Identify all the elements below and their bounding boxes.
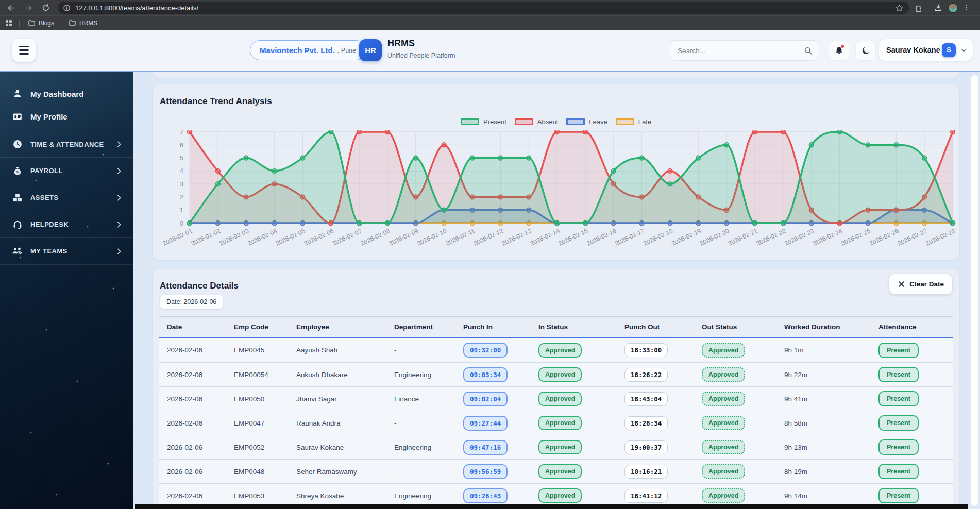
cell-emp-code: EMP0047	[226, 419, 288, 427]
attendance-trend-chart[interactable]: 012345672026-02-012026-02-022026-02-0320…	[153, 130, 959, 256]
id-card-icon	[12, 111, 23, 122]
attendance-badge: Present	[878, 439, 919, 455]
svg-text:2026-02-28: 2026-02-28	[925, 227, 957, 247]
sidebar-item-label: HELPDESK	[30, 220, 115, 228]
svg-text:2026-02-18: 2026-02-18	[642, 227, 674, 247]
clear-date-button[interactable]: Clear Date	[889, 274, 952, 294]
details-title: Attendance Details	[160, 281, 239, 291]
punch-in-badge: 09:03:34	[463, 367, 508, 382]
main-content: Attendance Trend Analysis PresentAbsentL…	[133, 72, 980, 509]
download-icon[interactable]	[934, 3, 943, 12]
extensions-icon[interactable]	[914, 4, 923, 12]
sidebar-item-label: MY TEAMS	[30, 247, 115, 255]
back-icon[interactable]	[4, 1, 18, 14]
cell-department: -	[386, 419, 455, 427]
legend-swatch	[616, 118, 634, 125]
dark-mode-button[interactable]	[855, 41, 876, 61]
bookmark-star-icon[interactable]	[895, 4, 904, 12]
browser-profile-avatar[interactable]	[948, 3, 958, 13]
cell-out-status: Approved	[694, 367, 776, 382]
svg-text:2: 2	[180, 193, 183, 201]
sidebar-item-my-dashboard[interactable]: My Dashboard	[0, 82, 133, 105]
svg-text:2026-02-12: 2026-02-12	[472, 227, 504, 247]
svg-text:4: 4	[180, 167, 183, 175]
cell-punch-out: 18:26:22	[616, 368, 694, 382]
table-row: 2026-02-06EMP0045Aayush Shah-09:32:00App…	[159, 338, 953, 362]
url-bar[interactable]: 127.0.0.1:8000/teams/attendance-details/	[58, 2, 909, 14]
cell-out-status: Approved	[694, 416, 776, 430]
out-status-badge: Approved	[702, 464, 745, 479]
legend-label: Present	[483, 118, 506, 126]
user-icon	[12, 89, 23, 99]
bookmark-folder-blogs[interactable]: Blogs	[26, 18, 56, 28]
cell-date: 2026-02-06	[159, 419, 226, 427]
svg-text:2026-02-09: 2026-02-09	[388, 227, 420, 247]
bookmark-folder-hrms[interactable]: HRMS	[66, 18, 99, 28]
punch-in-badge: 09:02:04	[463, 392, 508, 406]
company-badge[interactable]: Maviontech Pvt. Ltd. , Pune	[250, 40, 366, 60]
column-header-punch-in: Punch In	[455, 323, 530, 331]
attendance-badge: Present	[878, 488, 919, 503]
site-info-icon[interactable]	[63, 4, 71, 12]
apps-grid-icon[interactable]	[6, 20, 12, 26]
sidebar-item-assets[interactable]: ASSETS	[0, 184, 133, 211]
legend-label: Leave	[589, 118, 607, 126]
cell-punch-in: 09:47:16	[455, 440, 530, 455]
sidebar-item-label: My Dashboard	[30, 90, 123, 98]
legend-item-late[interactable]: Late	[616, 118, 651, 126]
svg-text:2026-02-14: 2026-02-14	[529, 227, 561, 247]
out-status-badge: Approved	[702, 343, 745, 358]
attendance-badge: Present	[878, 367, 919, 382]
table-row: 2026-02-06EMP0053Shreya KosabeEngineerin…	[159, 483, 953, 507]
cell-in-status: Approved	[530, 343, 616, 358]
chrome-menu-icon[interactable]	[963, 4, 970, 12]
svg-text:2026-02-15: 2026-02-15	[557, 227, 589, 247]
attendance-badge: Present	[878, 464, 919, 479]
cell-out-status: Approved	[694, 343, 776, 358]
sidebar-item-helpdesk[interactable]: HELPDESK	[0, 211, 133, 238]
chart-title: Attendance Trend Analysis	[160, 96, 272, 107]
cell-employee: Ankush Dhakare	[288, 371, 386, 379]
table-header-row: DateEmp CodeEmployeeDepartmentPunch InIn…	[159, 316, 953, 338]
cell-punch-out: 19:00:37	[616, 440, 694, 454]
cell-out-status: Approved	[694, 464, 776, 479]
svg-text:6: 6	[180, 141, 183, 149]
notifications-button[interactable]	[829, 41, 849, 61]
sidebar-item-payroll[interactable]: $PAYROLL	[0, 158, 133, 184]
column-header-attendance: Attendance	[870, 323, 953, 331]
reload-icon[interactable]	[39, 1, 53, 14]
sidebar-item-my-profile[interactable]: My Profile	[0, 105, 133, 128]
cell-date: 2026-02-06	[159, 371, 226, 379]
chevron-right-icon	[115, 194, 123, 202]
cell-punch-in: 09:03:34	[455, 367, 530, 382]
in-status-badge: Approved	[538, 392, 582, 406]
search-icon[interactable]	[804, 46, 813, 55]
sidebar-item-time-attendance[interactable]: TIME & ATTENDANCE	[0, 131, 133, 158]
cell-department: Finance	[386, 395, 455, 403]
notification-dot	[841, 45, 844, 48]
legend-item-absent[interactable]: Absent	[515, 118, 558, 126]
headset-icon	[12, 219, 23, 230]
svg-text:2026-02-11: 2026-02-11	[445, 227, 476, 247]
in-status-badge: Approved	[538, 367, 582, 382]
bookmarks-bar: Blogs HRMS	[0, 15, 980, 30]
legend-item-leave[interactable]: Leave	[566, 118, 607, 126]
cell-in-status: Approved	[530, 488, 616, 503]
sidebar-item-label: TIME & ATTENDANCE	[30, 141, 115, 148]
punch-in-badge: 09:47:16	[463, 440, 508, 455]
column-header-in-status: In Status	[530, 323, 616, 331]
user-menu[interactable]: Saurav Kokane S	[879, 39, 973, 61]
legend-item-present[interactable]: Present	[461, 118, 506, 126]
search-input[interactable]	[670, 47, 804, 55]
svg-text:2026-02-22: 2026-02-22	[755, 227, 787, 247]
page-scrollbar[interactable]	[971, 75, 978, 506]
folder-icon	[69, 19, 76, 27]
in-status-badge: Approved	[538, 440, 582, 454]
cell-punch-out: 18:33:00	[616, 343, 694, 357]
cell-out-status: Approved	[694, 440, 776, 454]
forward-icon[interactable]	[22, 1, 35, 14]
sidebar-item-my-teams[interactable]: MY TEAMS	[0, 238, 133, 265]
sidebar-toggle-button[interactable]	[12, 39, 36, 62]
cell-department: -	[386, 468, 455, 476]
svg-text:2026-02-05: 2026-02-05	[275, 227, 307, 247]
